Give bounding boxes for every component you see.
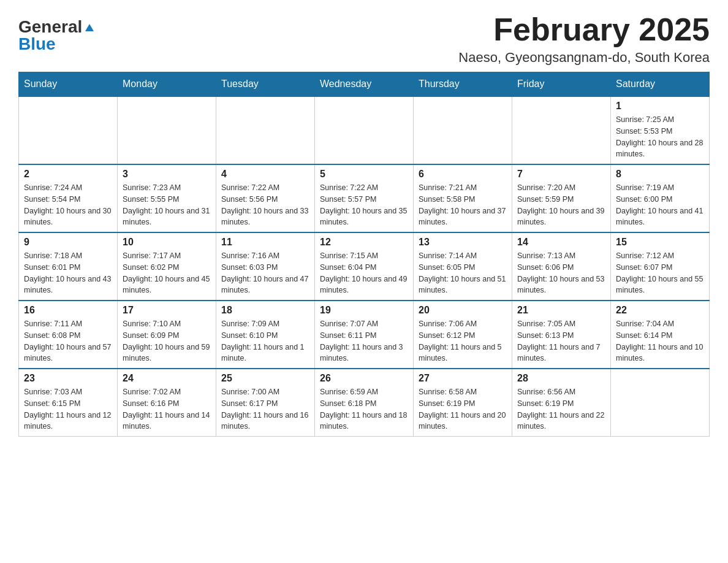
day-info: Sunrise: 7:21 AMSunset: 5:58 PMDaylight:… <box>419 182 507 228</box>
calendar-cell: 22Sunrise: 7:04 AMSunset: 6:14 PMDayligh… <box>611 301 710 369</box>
page-header: General Blue February 2025 Naeso, Gyeong… <box>18 12 710 66</box>
day-info: Sunrise: 7:12 AMSunset: 6:07 PMDaylight:… <box>616 250 704 296</box>
calendar-cell <box>216 96 315 164</box>
calendar-cell <box>19 96 118 164</box>
calendar-cell: 13Sunrise: 7:14 AMSunset: 6:05 PMDayligh… <box>414 232 512 301</box>
calendar-cell <box>611 369 710 437</box>
calendar-header-sunday: Sunday <box>19 72 118 97</box>
title-block: February 2025 Naeso, Gyeongsangnam-do, S… <box>458 12 710 66</box>
day-info: Sunrise: 7:06 AMSunset: 6:12 PMDaylight:… <box>419 318 507 364</box>
day-number: 22 <box>616 305 704 316</box>
calendar-header-monday: Monday <box>118 72 216 97</box>
day-info: Sunrise: 7:03 AMSunset: 6:15 PMDaylight:… <box>24 386 112 432</box>
day-info: Sunrise: 7:15 AMSunset: 6:04 PMDaylight:… <box>320 250 408 296</box>
day-number: 5 <box>320 169 408 180</box>
day-number: 24 <box>123 373 211 384</box>
svg-marker-0 <box>85 24 94 31</box>
calendar-cell: 14Sunrise: 7:13 AMSunset: 6:06 PMDayligh… <box>512 232 611 301</box>
day-info: Sunrise: 7:13 AMSunset: 6:06 PMDaylight:… <box>517 250 605 296</box>
calendar-cell <box>512 96 611 164</box>
calendar-cell: 6Sunrise: 7:21 AMSunset: 5:58 PMDaylight… <box>414 164 512 232</box>
calendar-cell: 26Sunrise: 6:59 AMSunset: 6:18 PMDayligh… <box>315 369 414 437</box>
logo-blue-text: Blue <box>18 36 56 53</box>
day-info: Sunrise: 7:14 AMSunset: 6:05 PMDaylight:… <box>419 250 507 296</box>
calendar-header-tuesday: Tuesday <box>216 72 315 97</box>
calendar-week-row: 1Sunrise: 7:25 AMSunset: 5:53 PMDaylight… <box>19 96 710 164</box>
calendar-cell: 1Sunrise: 7:25 AMSunset: 5:53 PMDaylight… <box>611 96 710 164</box>
day-info: Sunrise: 7:00 AMSunset: 6:17 PMDaylight:… <box>221 386 309 432</box>
calendar-cell: 5Sunrise: 7:22 AMSunset: 5:57 PMDaylight… <box>315 164 414 232</box>
day-number: 6 <box>419 169 507 180</box>
day-number: 15 <box>616 237 704 248</box>
calendar-cell <box>118 96 216 164</box>
calendar-week-row: 23Sunrise: 7:03 AMSunset: 6:15 PMDayligh… <box>19 369 710 437</box>
day-number: 27 <box>419 373 507 384</box>
day-number: 11 <box>221 237 309 248</box>
calendar-cell: 12Sunrise: 7:15 AMSunset: 6:04 PMDayligh… <box>315 232 414 301</box>
calendar-cell: 20Sunrise: 7:06 AMSunset: 6:12 PMDayligh… <box>414 301 512 369</box>
calendar-cell: 16Sunrise: 7:11 AMSunset: 6:08 PMDayligh… <box>19 301 118 369</box>
day-info: Sunrise: 7:04 AMSunset: 6:14 PMDaylight:… <box>616 318 704 364</box>
day-info: Sunrise: 7:22 AMSunset: 5:56 PMDaylight:… <box>221 182 309 228</box>
calendar-header-friday: Friday <box>512 72 611 97</box>
month-title: February 2025 <box>458 12 710 47</box>
calendar-cell: 19Sunrise: 7:07 AMSunset: 6:11 PMDayligh… <box>315 301 414 369</box>
day-info: Sunrise: 7:20 AMSunset: 5:59 PMDaylight:… <box>517 182 605 228</box>
day-number: 13 <box>419 237 507 248</box>
calendar-cell: 10Sunrise: 7:17 AMSunset: 6:02 PMDayligh… <box>118 232 216 301</box>
day-info: Sunrise: 7:17 AMSunset: 6:02 PMDaylight:… <box>123 250 211 296</box>
day-number: 1 <box>616 101 704 112</box>
calendar-cell: 24Sunrise: 7:02 AMSunset: 6:16 PMDayligh… <box>118 369 216 437</box>
calendar-cell: 9Sunrise: 7:18 AMSunset: 6:01 PMDaylight… <box>19 232 118 301</box>
calendar-header-wednesday: Wednesday <box>315 72 414 97</box>
day-number: 23 <box>24 373 112 384</box>
day-number: 19 <box>320 305 408 316</box>
day-info: Sunrise: 7:25 AMSunset: 5:53 PMDaylight:… <box>616 114 704 160</box>
day-info: Sunrise: 7:10 AMSunset: 6:09 PMDaylight:… <box>123 318 211 364</box>
day-info: Sunrise: 7:16 AMSunset: 6:03 PMDaylight:… <box>221 250 309 296</box>
day-number: 14 <box>517 237 605 248</box>
day-number: 10 <box>123 237 211 248</box>
calendar-cell: 11Sunrise: 7:16 AMSunset: 6:03 PMDayligh… <box>216 232 315 301</box>
day-number: 3 <box>123 169 211 180</box>
day-info: Sunrise: 7:18 AMSunset: 6:01 PMDaylight:… <box>24 250 112 296</box>
day-number: 2 <box>24 169 112 180</box>
day-number: 8 <box>616 169 704 180</box>
day-number: 4 <box>221 169 309 180</box>
day-number: 21 <box>517 305 605 316</box>
day-number: 7 <box>517 169 605 180</box>
day-info: Sunrise: 7:09 AMSunset: 6:10 PMDaylight:… <box>221 318 309 364</box>
logo-triangle-icon <box>84 21 95 35</box>
day-number: 9 <box>24 237 112 248</box>
day-info: Sunrise: 7:24 AMSunset: 5:54 PMDaylight:… <box>24 182 112 228</box>
day-info: Sunrise: 7:22 AMSunset: 5:57 PMDaylight:… <box>320 182 408 228</box>
calendar-week-row: 2Sunrise: 7:24 AMSunset: 5:54 PMDaylight… <box>19 164 710 232</box>
calendar-week-row: 16Sunrise: 7:11 AMSunset: 6:08 PMDayligh… <box>19 301 710 369</box>
calendar-header-thursday: Thursday <box>414 72 512 97</box>
day-number: 25 <box>221 373 309 384</box>
calendar-cell <box>315 96 414 164</box>
day-info: Sunrise: 7:07 AMSunset: 6:11 PMDaylight:… <box>320 318 408 364</box>
day-info: Sunrise: 7:19 AMSunset: 6:00 PMDaylight:… <box>616 182 704 228</box>
calendar-cell: 28Sunrise: 6:56 AMSunset: 6:19 PMDayligh… <box>512 369 611 437</box>
day-number: 12 <box>320 237 408 248</box>
day-number: 18 <box>221 305 309 316</box>
calendar-cell: 2Sunrise: 7:24 AMSunset: 5:54 PMDaylight… <box>19 164 118 232</box>
calendar-cell: 15Sunrise: 7:12 AMSunset: 6:07 PMDayligh… <box>611 232 710 301</box>
calendar-cell: 27Sunrise: 6:58 AMSunset: 6:19 PMDayligh… <box>414 369 512 437</box>
calendar-header-row: SundayMondayTuesdayWednesdayThursdayFrid… <box>19 72 710 97</box>
calendar-cell: 8Sunrise: 7:19 AMSunset: 6:00 PMDaylight… <box>611 164 710 232</box>
day-info: Sunrise: 7:05 AMSunset: 6:13 PMDaylight:… <box>517 318 605 364</box>
day-info: Sunrise: 6:58 AMSunset: 6:19 PMDaylight:… <box>419 386 507 432</box>
day-info: Sunrise: 7:02 AMSunset: 6:16 PMDaylight:… <box>123 386 211 432</box>
calendar-cell: 23Sunrise: 7:03 AMSunset: 6:15 PMDayligh… <box>19 369 118 437</box>
calendar-cell: 4Sunrise: 7:22 AMSunset: 5:56 PMDaylight… <box>216 164 315 232</box>
location-title: Naeso, Gyeongsangnam-do, South Korea <box>458 50 710 66</box>
calendar-cell: 25Sunrise: 7:00 AMSunset: 6:17 PMDayligh… <box>216 369 315 437</box>
calendar-cell <box>414 96 512 164</box>
day-number: 28 <box>517 373 605 384</box>
day-info: Sunrise: 6:56 AMSunset: 6:19 PMDaylight:… <box>517 386 605 432</box>
logo-general-text: General <box>18 18 82 36</box>
calendar-cell: 17Sunrise: 7:10 AMSunset: 6:09 PMDayligh… <box>118 301 216 369</box>
calendar-cell: 7Sunrise: 7:20 AMSunset: 5:59 PMDaylight… <box>512 164 611 232</box>
